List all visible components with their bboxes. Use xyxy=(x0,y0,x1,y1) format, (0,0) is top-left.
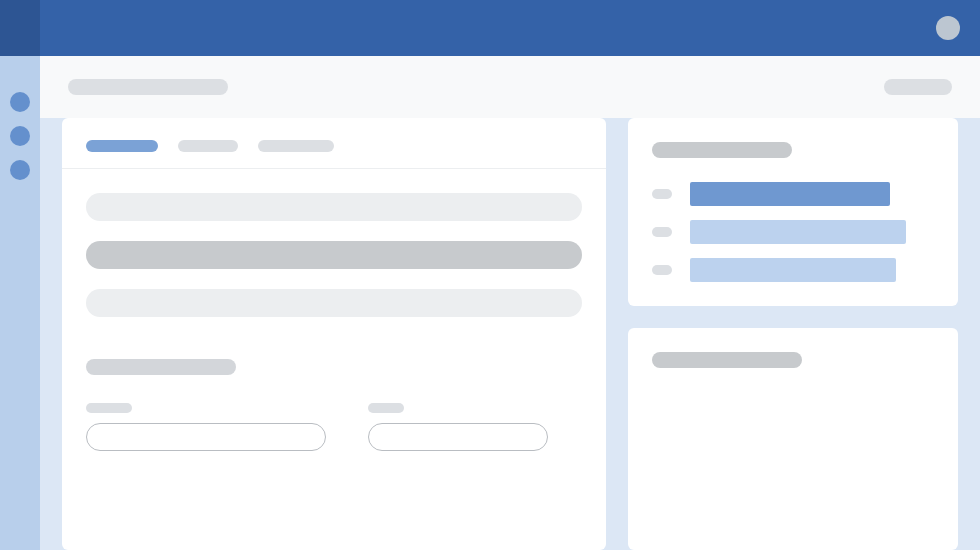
topbar-accent xyxy=(0,0,40,56)
avatar[interactable] xyxy=(936,16,960,40)
panel-row[interactable] xyxy=(652,182,934,206)
field-2-input[interactable] xyxy=(368,423,548,451)
tab-2[interactable] xyxy=(178,140,238,152)
list-item[interactable] xyxy=(86,193,582,221)
sidebar-item-2[interactable] xyxy=(10,126,30,146)
field-1 xyxy=(86,403,326,451)
sidebar-item-1[interactable] xyxy=(10,92,30,112)
sidebar xyxy=(0,56,40,550)
breadcrumb xyxy=(68,79,228,95)
tab-1[interactable] xyxy=(86,140,158,152)
list-item[interactable] xyxy=(86,289,582,317)
panel-item-label xyxy=(690,182,890,206)
main-panel xyxy=(62,118,606,550)
list-item[interactable] xyxy=(86,241,582,269)
form-section xyxy=(62,341,606,475)
side-column xyxy=(628,118,958,550)
bullet-icon xyxy=(652,265,672,275)
form-fields xyxy=(86,403,582,451)
bullet-icon xyxy=(652,227,672,237)
panel-row[interactable] xyxy=(652,220,934,244)
list xyxy=(62,169,606,341)
field-1-input[interactable] xyxy=(86,423,326,451)
side-panel-1-title xyxy=(652,142,792,158)
panel-item-label xyxy=(690,220,906,244)
field-2-label xyxy=(368,403,404,413)
side-panel-1 xyxy=(628,118,958,306)
panel-row[interactable] xyxy=(652,258,934,282)
panel-item-label xyxy=(690,258,896,282)
side-panel-2-title xyxy=(652,352,802,368)
field-2 xyxy=(368,403,548,451)
field-1-label xyxy=(86,403,132,413)
form-title xyxy=(86,359,236,375)
toolbar xyxy=(40,56,980,118)
toolbar-action[interactable] xyxy=(884,79,952,95)
tabs xyxy=(62,118,606,169)
content xyxy=(40,118,980,550)
sidebar-item-3[interactable] xyxy=(10,160,30,180)
side-panel-2 xyxy=(628,328,958,550)
tab-3[interactable] xyxy=(258,140,334,152)
topbar xyxy=(0,0,980,56)
bullet-icon xyxy=(652,189,672,199)
